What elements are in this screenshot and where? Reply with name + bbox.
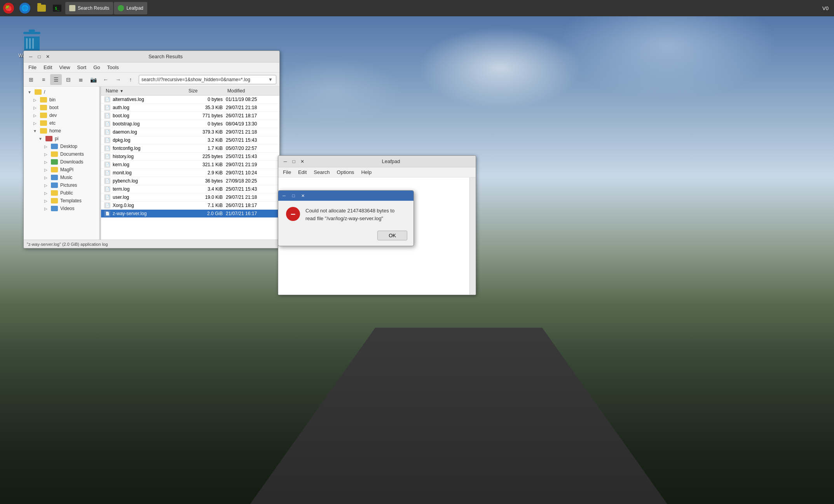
file-icon-10: 📄 xyxy=(104,178,110,184)
music-toggle[interactable]: ▷ xyxy=(43,175,49,180)
error-dialog: ─ □ ✕ – Could not allocate 2147483648 by… xyxy=(278,190,414,246)
file-row-2[interactable]: 📄 boot.log 771 bytes 26/07/21 18:17 xyxy=(101,112,279,120)
home-toggle[interactable]: ▼ xyxy=(32,128,38,134)
sidebar-item-etc[interactable]: ▷ etc xyxy=(24,119,99,127)
file-row-13[interactable]: 📄 Xorg.0.log 7.1 KiB 26/07/21 18:17 xyxy=(101,202,279,210)
sidebar-item-bin[interactable]: ▷ bin xyxy=(24,96,99,104)
browser-button[interactable]: 🌐 xyxy=(16,2,33,15)
file-row-8[interactable]: 📄 kern.log 321.1 KiB 29/07/21 21:19 xyxy=(101,161,279,169)
search-results-maximize-btn[interactable]: □ xyxy=(35,53,43,61)
leafpad-menu-search[interactable]: Search xyxy=(311,169,333,176)
bin-toggle[interactable]: ▷ xyxy=(32,97,38,103)
leafpad-win-controls: ─ □ ✕ xyxy=(281,158,306,165)
sidebar-item-downloads[interactable]: ▷ Downloads xyxy=(24,158,99,166)
leafpad-scrollbar[interactable] xyxy=(469,177,476,295)
public-toggle[interactable]: ▷ xyxy=(43,190,49,196)
error-dialog-restore-btn[interactable]: □ xyxy=(290,192,297,199)
error-dialog-close-btn[interactable]: ✕ xyxy=(299,192,306,199)
bin-folder-icon xyxy=(40,97,47,103)
error-dialog-minimize-btn[interactable]: ─ xyxy=(281,192,288,199)
view-tiles-btn[interactable]: ≣ xyxy=(75,74,87,85)
dev-toggle[interactable]: ▷ xyxy=(32,113,38,118)
back-btn[interactable]: ← xyxy=(100,74,112,85)
downloads-toggle[interactable]: ▷ xyxy=(43,159,49,165)
leafpad-menu-options[interactable]: Options xyxy=(334,169,358,176)
sidebar-item-home[interactable]: ▼ home xyxy=(24,127,99,135)
leafpad-taskbar-button[interactable]: Leafpad xyxy=(114,2,147,14)
terminal-button[interactable]: $_ xyxy=(50,2,65,15)
col-size-label: Size xyxy=(188,88,197,94)
file-row-9[interactable]: 📄 monit.log 2.9 KiB 29/07/21 10:24 xyxy=(101,169,279,177)
search-results-titlebar: ─ □ ✕ Search Results xyxy=(24,51,279,63)
menu-tools[interactable]: Tools xyxy=(104,64,122,71)
search-results-close-btn[interactable]: ✕ xyxy=(44,53,52,61)
desktop-toggle[interactable]: ▷ xyxy=(43,144,49,149)
filemanager-button[interactable] xyxy=(34,2,49,15)
view-icon-btn[interactable]: ⊞ xyxy=(25,74,37,85)
view-list-btn[interactable]: ≡ xyxy=(38,74,49,85)
error-dialog-ok-button[interactable]: OK xyxy=(377,231,407,240)
leafpad-close-btn[interactable]: ✕ xyxy=(298,158,306,165)
sidebar-item-magpi[interactable]: ▷ MagPi xyxy=(24,166,99,174)
sidebar-item-public[interactable]: ▷ Public xyxy=(24,189,99,197)
leafpad-menu-file[interactable]: File xyxy=(280,169,294,176)
boot-toggle[interactable]: ▷ xyxy=(32,105,38,110)
sidebar-item-dev[interactable]: ▷ dev xyxy=(24,111,99,119)
file-date-0: 01/11/19 08:25 xyxy=(226,97,276,102)
leafpad-title: Leafpad xyxy=(309,158,473,164)
leafpad-minimize-btn[interactable]: ─ xyxy=(281,158,289,165)
sidebar-item-documents[interactable]: ▷ Documents xyxy=(24,150,99,158)
view-detail-btn[interactable]: ☰ xyxy=(50,74,62,85)
file-row-11[interactable]: 📄 term.log 3.4 KiB 25/07/21 15:43 xyxy=(101,185,279,193)
root-toggle[interactable]: ▼ xyxy=(27,89,32,95)
pi-toggle[interactable]: ▼ xyxy=(38,136,43,141)
search-results-taskbar-button[interactable]: Search Results xyxy=(65,2,113,14)
leafpad-menu-help[interactable]: Help xyxy=(358,169,375,176)
capture-btn[interactable]: 📷 xyxy=(87,74,99,85)
sidebar-downloads-label: Downloads xyxy=(60,159,83,165)
menu-go[interactable]: Go xyxy=(90,64,103,71)
file-row-7[interactable]: 📄 history.log 225 bytes 25/07/21 15:43 xyxy=(101,153,279,161)
sidebar-item-pi[interactable]: ▼ pi xyxy=(24,135,99,143)
menu-file[interactable]: File xyxy=(25,64,40,71)
file-row-12[interactable]: 📄 user.log 19.0 KiB 29/07/21 21:18 xyxy=(101,193,279,202)
sidebar-item-boot[interactable]: ▷ boot xyxy=(24,104,99,111)
file-row-14[interactable]: 📄 z-way-server.log 2.0 GiB 21/07/21 16:1… xyxy=(101,210,279,218)
menu-view[interactable]: View xyxy=(56,64,73,71)
sidebar-item-music[interactable]: ▷ Music xyxy=(24,174,99,181)
menu-sort[interactable]: Sort xyxy=(74,64,89,71)
sidebar-item-root[interactable]: ▼ / xyxy=(24,88,99,96)
sidebar-item-videos[interactable]: ▷ Videos xyxy=(24,205,99,212)
sidebar-item-pictures[interactable]: ▷ Pictures xyxy=(24,181,99,189)
raspberry-menu-button[interactable]: 🍓 xyxy=(2,1,16,15)
file-row-4[interactable]: 📄 daemon.log 379.3 KiB 29/07/21 21:18 xyxy=(101,128,279,136)
search-results-minimize-btn[interactable]: ─ xyxy=(27,53,35,61)
file-row-6[interactable]: 📄 fontconfig.log 1.7 KiB 05/07/20 22:57 xyxy=(101,144,279,153)
sidebar-item-templates[interactable]: ▷ Templates xyxy=(24,197,99,205)
forward-btn[interactable]: → xyxy=(112,74,124,85)
file-row-0[interactable]: 📄 alternatives.log 0 bytes 01/11/19 08:2… xyxy=(101,96,279,104)
pictures-toggle[interactable]: ▷ xyxy=(43,182,49,188)
view-compact-btn[interactable]: ⊟ xyxy=(63,74,74,85)
sidebar-item-desktop[interactable]: ▷ Desktop xyxy=(24,143,99,150)
etc-toggle[interactable]: ▷ xyxy=(32,120,38,126)
magpi-toggle[interactable]: ▷ xyxy=(43,167,49,172)
up-btn[interactable]: ↑ xyxy=(125,74,136,85)
leafpad-menu-edit[interactable]: Edit xyxy=(295,169,310,176)
col-name-header[interactable]: Name ▼ xyxy=(104,87,187,94)
file-row-1[interactable]: 📄 auth.log 35.3 KiB 29/07/21 21:18 xyxy=(101,104,279,112)
templates-toggle[interactable]: ▷ xyxy=(43,198,49,203)
file-row-10[interactable]: 📄 pybench.log 36 bytes 27/09/18 20:25 xyxy=(101,177,279,185)
file-row-3[interactable]: 📄 bootstrap.log 0 bytes 08/04/19 13:30 xyxy=(101,120,279,128)
file-icon-9: 📄 xyxy=(104,170,110,176)
file-row-5[interactable]: 📄 dpkg.log 3.2 KiB 25/07/21 15:43 xyxy=(101,136,279,144)
address-dropdown-btn[interactable]: ▼ xyxy=(267,77,274,82)
col-size-header[interactable]: Size xyxy=(187,87,226,94)
address-bar[interactable]: search:///?recursive=1&show_hidden=0&nam… xyxy=(139,75,276,84)
documents-toggle[interactable]: ▷ xyxy=(43,151,49,157)
col-modified-header[interactable]: Modified xyxy=(226,87,276,94)
leafpad-maximize-btn[interactable]: □ xyxy=(290,158,298,165)
menu-edit[interactable]: Edit xyxy=(40,64,55,71)
videos-toggle[interactable]: ▷ xyxy=(43,206,49,211)
file-name-8: kern.log xyxy=(113,162,129,167)
